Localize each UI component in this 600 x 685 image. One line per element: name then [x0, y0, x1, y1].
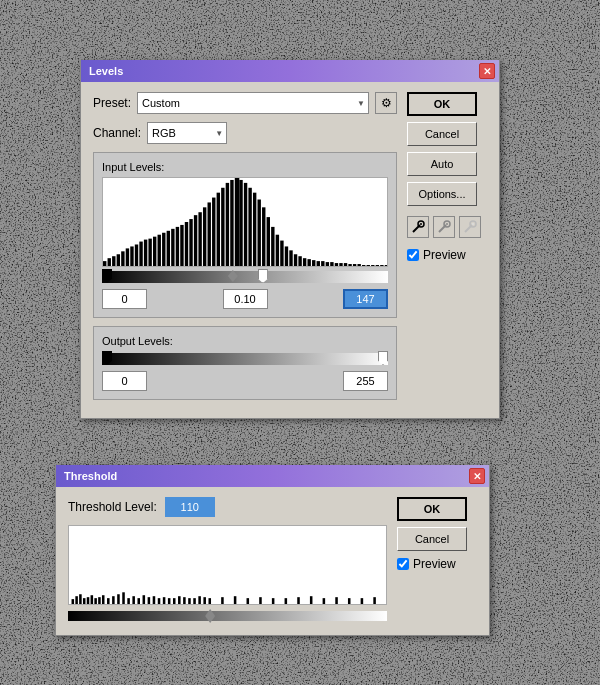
preset-select[interactable]: Custom: [137, 92, 369, 114]
gray-eyedropper-button[interactable]: [433, 216, 455, 238]
output-values-row: [102, 371, 388, 391]
svg-rect-108: [259, 597, 262, 604]
svg-rect-77: [79, 594, 82, 604]
preset-select-wrapper[interactable]: Custom: [137, 92, 369, 114]
white-eyedropper-button[interactable]: [459, 216, 481, 238]
svg-rect-113: [323, 598, 326, 604]
levels-close-button[interactable]: ✕: [479, 63, 495, 79]
svg-rect-36: [253, 193, 256, 266]
svg-rect-75: [72, 599, 75, 604]
svg-rect-100: [188, 598, 191, 604]
svg-rect-38: [262, 207, 265, 266]
threshold-preview-checkbox[interactable]: [397, 558, 409, 570]
svg-rect-65: [385, 265, 387, 266]
svg-rect-12: [144, 240, 147, 266]
svg-rect-33: [239, 180, 242, 266]
svg-rect-97: [173, 598, 176, 604]
levels-cancel-button[interactable]: Cancel: [407, 122, 477, 146]
svg-rect-37: [257, 200, 260, 266]
input-high-field[interactable]: [343, 289, 388, 309]
svg-rect-81: [94, 598, 97, 604]
svg-rect-42: [280, 241, 283, 266]
histogram-area: [102, 177, 388, 267]
black-eyedropper-icon: [411, 220, 425, 234]
svg-rect-106: [234, 596, 237, 604]
output-slider-track[interactable]: [102, 351, 388, 367]
svg-rect-14: [153, 237, 156, 266]
svg-rect-28: [217, 193, 220, 266]
svg-rect-6: [117, 254, 120, 266]
svg-rect-84: [107, 598, 110, 604]
svg-rect-4: [108, 258, 111, 266]
svg-point-68: [420, 223, 422, 225]
gear-button[interactable]: ⚙: [375, 92, 397, 114]
svg-rect-60: [362, 265, 365, 266]
svg-rect-23: [194, 215, 197, 266]
input-mid-field[interactable]: [223, 289, 268, 309]
threshold-level-label: Threshold Level:: [68, 500, 157, 514]
levels-preview-label: Preview: [423, 248, 466, 262]
input-slider-track[interactable]: [102, 269, 388, 285]
svg-rect-17: [167, 231, 170, 266]
output-high-field[interactable]: [343, 371, 388, 391]
svg-rect-57: [348, 264, 351, 266]
svg-rect-40: [271, 227, 274, 266]
svg-rect-87: [122, 592, 125, 604]
levels-left-panel: Preset: Custom ⚙ Channel: RGB: [93, 92, 397, 408]
svg-rect-24: [198, 212, 201, 266]
channel-select-wrapper[interactable]: RGB: [147, 122, 227, 144]
levels-title: Levels: [85, 65, 123, 77]
threshold-right-panel: OK Cancel Preview: [397, 497, 477, 625]
levels-titlebar[interactable]: Levels ✕: [81, 60, 499, 82]
svg-rect-19: [176, 227, 179, 266]
svg-rect-85: [112, 596, 115, 604]
threshold-ok-button[interactable]: OK: [397, 497, 467, 521]
levels-options-button[interactable]: Options...: [407, 182, 477, 206]
eyedropper-row: [407, 216, 487, 238]
svg-rect-25: [203, 207, 206, 266]
svg-rect-46: [298, 256, 301, 266]
svg-point-71: [446, 223, 448, 225]
svg-rect-112: [310, 596, 313, 604]
preset-label: Preset:: [93, 96, 131, 110]
svg-rect-82: [98, 597, 101, 604]
svg-rect-101: [193, 598, 196, 604]
black-eyedropper-button[interactable]: [407, 216, 429, 238]
svg-rect-115: [348, 598, 351, 604]
input-low-field[interactable]: [102, 289, 147, 309]
svg-rect-54: [335, 263, 338, 266]
svg-rect-86: [117, 594, 120, 604]
input-values-row: [102, 289, 388, 309]
threshold-dialog: Threshold ✕ Threshold Level:: [55, 465, 490, 636]
svg-rect-79: [87, 597, 90, 604]
svg-point-74: [472, 223, 474, 225]
svg-rect-103: [203, 597, 206, 604]
threshold-titlebar[interactable]: Threshold ✕: [56, 465, 489, 487]
threshold-slider-track[interactable]: [68, 609, 387, 625]
threshold-histogram-svg: [69, 526, 386, 604]
threshold-level-field[interactable]: [165, 497, 215, 517]
threshold-close-button[interactable]: ✕: [469, 468, 485, 484]
threshold-cancel-button[interactable]: Cancel: [397, 527, 467, 551]
levels-auto-button[interactable]: Auto: [407, 152, 477, 176]
svg-rect-47: [303, 258, 306, 266]
svg-rect-94: [158, 598, 161, 604]
histogram-svg: [103, 178, 387, 266]
channel-select[interactable]: RGB: [147, 122, 227, 144]
svg-rect-41: [276, 235, 279, 266]
svg-rect-52: [326, 262, 329, 266]
svg-rect-44: [289, 250, 292, 266]
threshold-level-row: Threshold Level:: [68, 497, 387, 517]
svg-rect-63: [376, 265, 379, 266]
levels-ok-button[interactable]: OK: [407, 92, 477, 116]
output-low-field[interactable]: [102, 371, 147, 391]
channel-row: Channel: RGB: [93, 122, 397, 144]
threshold-histogram: [68, 525, 387, 605]
preset-row: Preset: Custom ⚙: [93, 92, 397, 114]
svg-rect-7: [121, 251, 124, 266]
svg-rect-89: [132, 596, 135, 604]
svg-rect-59: [357, 264, 360, 266]
svg-rect-18: [171, 229, 174, 266]
levels-preview-checkbox[interactable]: [407, 249, 419, 261]
svg-rect-53: [330, 262, 333, 266]
